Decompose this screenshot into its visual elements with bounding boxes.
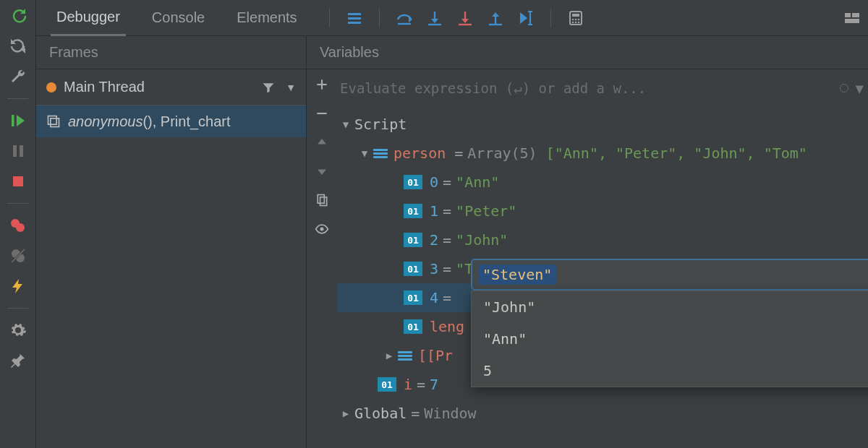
svg-rect-39 [318,195,324,204]
var-name: person [393,145,446,162]
array-item-0[interactable]: 01 0 = "Ann" [337,168,868,197]
calculator-icon[interactable] [567,9,584,27]
index-badge-icon: 01 [404,175,422,189]
svg-rect-10 [348,13,361,15]
evaluate-placeholder: Evaluate expression (↵) or add a w... [340,80,833,96]
scope-script[interactable]: Script [337,110,868,139]
index-badge-icon: 01 [404,233,422,247]
suggestion-item[interactable]: 5 [472,355,868,387]
svg-rect-12 [348,22,361,24]
variables-header: Variables [307,36,868,69]
array-item-1[interactable]: 01 1 = "Peter" [337,197,868,225]
index-badge-icon: 01 [404,319,422,334]
frames-list-icon[interactable] [346,9,363,27]
svg-rect-3 [13,176,23,186]
variables-tree: Evaluate expression (↵) or add a w... ▼ … [337,69,868,448]
svg-rect-11 [348,17,361,20]
svg-point-41 [320,228,324,231]
filter-icon[interactable] [261,80,276,95]
lightning-icon[interactable] [9,277,27,295]
svg-rect-24 [572,14,579,17]
move-down-icon[interactable] [314,163,330,179]
stack-frame[interactable]: anonymous(), Print_chart [36,105,306,137]
thread-status-dot [46,82,56,92]
svg-rect-32 [852,13,859,17]
var-type: Array(5) [467,145,537,162]
scope-label: Script [354,116,407,133]
wrench-icon[interactable] [9,68,27,85]
index-badge-icon: 01 [404,204,422,218]
debugger-tabs: Debugger Console Elements [36,0,868,36]
suggestion-item[interactable]: "John" [472,291,868,323]
tab-elements[interactable]: Elements [231,1,302,35]
svg-point-27 [577,18,579,20]
svg-point-26 [574,18,576,20]
index-badge-icon: 01 [404,262,422,276]
svg-point-29 [574,21,576,23]
stop-icon[interactable] [9,173,27,190]
add-watch-icon[interactable] [314,77,330,92]
evaluate-expression-input[interactable]: Evaluate expression (↵) or add a w... ▼ [337,74,864,103]
debug-action-bar [0,0,36,448]
svg-rect-0 [12,115,14,126]
thread-row[interactable]: Main Thread ▼ [36,69,306,105]
frames-panel: Frames Main Thread ▼ anonymous(), Print_… [36,36,307,448]
history-indicator-icon [840,84,848,92]
eye-icon[interactable] [314,221,330,237]
svg-rect-35 [51,119,59,127]
svg-point-28 [571,21,574,23]
array-icon [373,146,388,160]
variables-gutter [307,69,337,448]
thread-name: Main Thread [64,79,254,95]
svg-point-25 [571,18,574,20]
remove-watch-icon[interactable] [314,105,330,121]
pause-icon[interactable] [9,142,27,160]
tab-console[interactable]: Console [146,1,210,35]
svg-rect-2 [20,145,23,157]
svg-rect-31 [845,13,851,17]
svg-rect-40 [320,197,327,206]
variables-panel: Variables Evaluate expression (↵) or add… [307,36,868,448]
refresh-icon[interactable] [9,38,27,55]
run-to-cursor-icon[interactable] [517,9,535,27]
force-step-into-icon[interactable] [456,9,474,27]
scope-global[interactable]: Global = Window [337,399,868,428]
array-item-2[interactable]: 01 2 = "John" [337,225,868,254]
layout-icon[interactable] [843,9,861,27]
move-up-icon[interactable] [314,134,330,150]
index-badge-icon: 01 [404,290,422,305]
var-preview: ["Ann", "Peter", "John", "Tom" [546,145,807,162]
eval-dropdown-icon[interactable]: ▼ [856,80,864,96]
resume-icon[interactable] [9,112,27,129]
value-editor[interactable]: "Steven" ▼ [471,259,868,290]
pin-icon[interactable] [9,352,27,369]
gear-icon[interactable] [9,322,27,339]
svg-point-5 [16,223,25,232]
var-person[interactable]: person = Array(5) ["Ann", "Peter", "John… [337,139,868,168]
svg-point-30 [577,21,579,23]
mute-breakpoints-icon[interactable] [9,247,27,264]
frame-icon [46,114,61,129]
suggestion-popup: "John" "Ann" 5 [471,290,868,387]
copy-icon[interactable] [314,192,330,208]
rerun-icon[interactable] [9,7,27,25]
tab-debugger[interactable]: Debugger [51,0,126,36]
svg-rect-33 [845,19,859,23]
svg-rect-34 [48,116,57,125]
step-out-icon[interactable] [487,9,504,27]
step-into-icon[interactable] [426,9,443,27]
breakpoints-icon[interactable] [9,217,27,234]
array-icon [398,348,412,363]
index-badge-icon: 01 [378,377,396,392]
suggestion-item[interactable]: "Ann" [472,323,868,355]
frame-label: anonymous(), Print_chart [68,113,231,130]
step-over-icon[interactable] [396,9,413,27]
svg-rect-1 [13,145,17,157]
thread-dropdown-icon[interactable]: ▼ [286,82,296,93]
editor-value[interactable]: "Steven" [478,264,556,285]
frames-header: Frames [36,36,306,69]
